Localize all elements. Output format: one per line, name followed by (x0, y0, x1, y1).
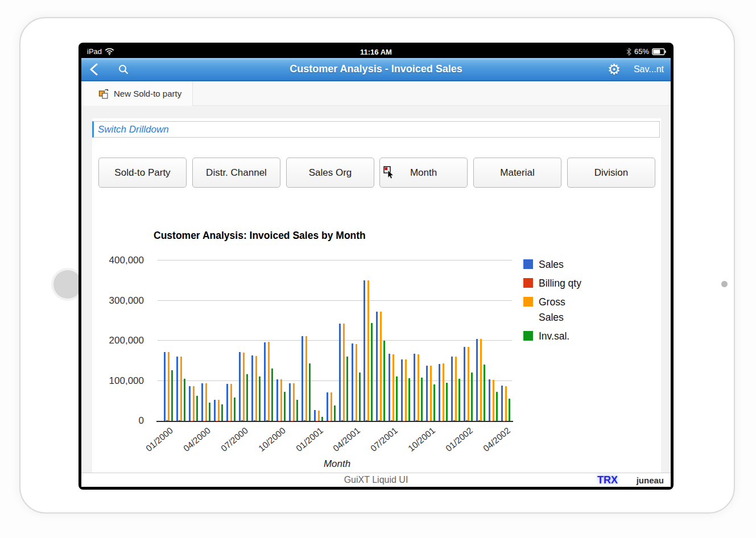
drilldown-button-distr-channel[interactable]: Distr. Channel (192, 158, 280, 188)
bar-gross-sales (280, 379, 282, 421)
bar-sales (289, 383, 291, 421)
bar-sales (301, 336, 303, 421)
legend-swatch-sales (523, 259, 533, 269)
bar-gross-sales (380, 312, 382, 421)
bar-gross-sales (493, 380, 494, 421)
bar-inv-sal- (334, 405, 336, 421)
bar-inv-sal- (184, 379, 185, 421)
gridline (158, 260, 512, 260)
gridline (158, 340, 512, 341)
status-clock: 11:16 AM (81, 48, 671, 56)
page-title: Customer Analysis - Invoiced Sales (81, 63, 671, 75)
save-document-button[interactable]: Sav...nt (634, 64, 664, 75)
status-bar: iPad 11:16 AM 65% (81, 45, 671, 58)
drilldown-button-division[interactable]: Division (567, 158, 655, 188)
gear-icon[interactable]: ⚙ (608, 60, 621, 78)
bar-inv-sal- (509, 399, 510, 421)
bar-sales (327, 392, 328, 421)
bar-sales (501, 386, 503, 421)
bar-gross-sales (168, 352, 170, 421)
bar-gross-sales (405, 359, 407, 421)
chart-x-axis-title: Month (162, 458, 512, 470)
bar-inv-sal- (458, 379, 460, 421)
bluetooth-icon (626, 48, 631, 56)
footer-trx-badge: TRX (597, 474, 618, 486)
bar-sales (251, 355, 253, 421)
camera-dot (721, 281, 728, 287)
bar-sales (414, 354, 415, 421)
bar-gross-sales (480, 339, 482, 421)
bar-inv-sal- (246, 374, 248, 421)
bar-inv-sal- (271, 369, 273, 421)
chart-plot-area (162, 260, 512, 421)
bar-inv-sal- (383, 341, 385, 421)
bar-gross-sales (393, 354, 394, 421)
battery-icon (652, 48, 666, 55)
bar-gross-sales (318, 411, 320, 421)
bar-gross-sales (418, 354, 419, 421)
bar-gross-sales (230, 384, 232, 421)
bar-inv-sal- (371, 323, 373, 421)
bar-inv-sal- (396, 376, 398, 421)
bar-inv-sal- (471, 373, 473, 421)
switch-drilldown-header: Switch Drilldown (92, 121, 660, 138)
battery-percent: 65% (634, 47, 649, 56)
nav-bar: Customer Analysis - Invoiced Sales ⚙ Sav… (81, 58, 671, 81)
legend-item-sales: Sales (523, 257, 588, 272)
bar-inv-sal- (496, 392, 498, 421)
bar-sales (464, 347, 465, 421)
home-button[interactable] (53, 270, 82, 299)
bar-inv-sal- (209, 403, 210, 421)
footer-bar: GuiXT Liquid UI TRX juneau (81, 473, 671, 487)
legend-swatch-gross-sales (523, 297, 533, 307)
bar-inv-sal- (484, 365, 485, 421)
bar-sales (363, 280, 365, 421)
new-soldto-party-label: New Sold-to party (114, 89, 181, 98)
drilldown-button-material[interactable]: Material (473, 158, 561, 188)
bar-gross-sales (356, 344, 357, 421)
bar-inv-sal- (296, 400, 298, 421)
bar-gross-sales (205, 383, 207, 421)
bar-inv-sal- (234, 398, 236, 421)
bar-sales (476, 339, 478, 421)
bar-inv-sal- (359, 373, 361, 421)
bar-sales (189, 386, 191, 421)
bar-inv-sal- (421, 378, 423, 421)
selection-cursor-icon (383, 166, 395, 180)
bar-gross-sales (243, 353, 245, 421)
ipad-screen: iPad 11:16 AM 65% (79, 43, 674, 490)
bar-sales (339, 324, 341, 421)
legend-swatch-inv-sal (523, 331, 533, 341)
bar-sales (214, 400, 216, 421)
bar-inv-sal- (284, 392, 286, 421)
bar-gross-sales (193, 386, 195, 421)
bar-inv-sal- (171, 370, 173, 421)
app-display: iPad 11:16 AM 65% (81, 45, 671, 487)
bar-gross-sales (343, 324, 345, 421)
bar-gross-sales (293, 383, 295, 421)
bar-sales (376, 312, 378, 421)
bar-gross-sales (218, 400, 220, 421)
drilldown-button-sales-org[interactable]: Sales Org (286, 158, 374, 188)
y-tick-label: 400,000 (92, 255, 144, 266)
x-axis-line (156, 421, 513, 422)
legend-swatch-billing-qty (523, 278, 533, 288)
drilldown-button-sold-to-party[interactable]: Sold-to Party (98, 158, 187, 188)
legend-item-inv-sal: Inv.sal. (523, 329, 588, 344)
drilldown-button-month[interactable]: Month (379, 158, 468, 188)
bar-gross-sales (430, 366, 432, 421)
legend-item-billing-qty: Billing qty (523, 276, 588, 291)
bar-sales (314, 410, 316, 421)
bar-sales (439, 364, 440, 421)
bar-sales (164, 352, 166, 421)
toolbar: New Sold-to party (81, 81, 671, 106)
chart-legend: Sales Billing qty Gross Sales Inv.sal. (523, 257, 588, 344)
bar-sales (401, 359, 403, 421)
bar-sales (226, 384, 228, 421)
bar-gross-sales (268, 342, 270, 421)
bar-sales (352, 344, 353, 421)
bar-gross-sales (331, 392, 332, 421)
new-soldto-party-button[interactable]: New Sold-to party (81, 81, 193, 106)
bar-gross-sales (468, 347, 469, 421)
bar-sales (201, 383, 203, 421)
